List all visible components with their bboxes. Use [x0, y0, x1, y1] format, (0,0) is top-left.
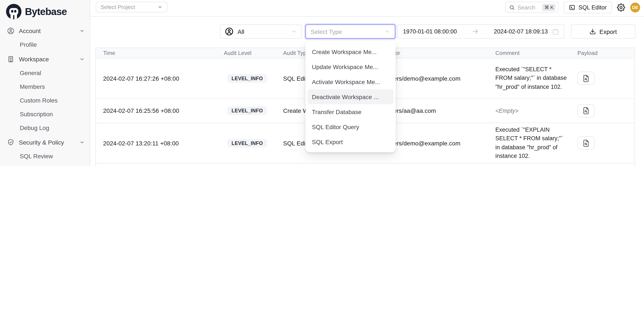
payload-view-button[interactable]: [578, 72, 594, 85]
sidebar-section-label: Security & Policy: [19, 139, 64, 146]
date-to: 2024-02-07 18:09:13: [494, 28, 548, 35]
menu-item-sql-export[interactable]: SQL Export: [308, 134, 394, 149]
actor-filter-select[interactable]: All: [220, 24, 302, 39]
actor-filter-value: All: [238, 28, 288, 35]
column-header-time: Time: [96, 48, 224, 58]
sidebar-section-account[interactable]: Account: [0, 24, 90, 38]
chevron-down-icon: [384, 29, 390, 34]
cell-time: 2024-02-07 16:27:26 +08:00: [96, 58, 224, 98]
user-circle-icon: [7, 27, 14, 35]
file-search-icon: [582, 139, 590, 147]
terminal-icon: [569, 4, 576, 10]
export-label: Export: [600, 28, 617, 35]
cell-time: 2024-02-07 16:25:56 +08:00: [96, 99, 224, 123]
type-filter-menu: Create Workspace Me...Update Workspace M…: [306, 41, 396, 152]
cell-time: 2024-02-07 13:19:53 +08:00: [96, 164, 224, 166]
menu-item-update-workspace-me[interactable]: Update Workspace Me...: [308, 59, 394, 74]
date-from: 1970-01-01 08:00:00: [403, 28, 457, 35]
column-header-payload: Payload: [578, 48, 634, 58]
type-filter-placeholder: Select Type: [310, 28, 381, 35]
cell-actor: users/demo@example.com: [387, 58, 495, 98]
sidebar: Bytebase AccountProfileWorkspaceGeneralM…: [0, 0, 90, 166]
project-select[interactable]: Select Project: [96, 2, 168, 12]
column-header-actor: Actor: [387, 48, 495, 58]
bytebase-app: Bytebase AccountProfileWorkspaceGeneralM…: [0, 0, 644, 166]
bytebase-logo[interactable]: Bytebase: [0, 0, 90, 23]
cell-time: 2024-02-07 13:20:11 +08:00: [96, 123, 224, 163]
cell-audit-level: LEVEL_INFO: [224, 164, 283, 166]
user-circle-icon: [225, 27, 234, 36]
cell-payload: [578, 164, 634, 166]
menu-item-deactivate-workspace[interactable]: Deactivate Workspace ...: [308, 89, 394, 104]
sidebar-item-sql-review[interactable]: SQL Review: [4, 149, 86, 163]
cell-actor: users/aa@aa.com: [387, 99, 495, 123]
sidebar-nav: AccountProfileWorkspaceGeneralMembersCus…: [0, 24, 90, 166]
cell-comment: Executed `"EXPLAIN SELECT * FROM salary;…: [495, 123, 578, 163]
project-select-placeholder: Select Project: [100, 4, 157, 10]
chevron-down-icon: [291, 29, 297, 34]
sidebar-section-label: Account: [19, 27, 40, 34]
chevron-down-icon: [80, 140, 85, 145]
download-icon: [590, 28, 596, 35]
column-header-audit-level: Audit Level: [224, 48, 283, 58]
sidebar-item-custom-roles[interactable]: Custom Roles: [4, 94, 86, 107]
export-button[interactable]: Export: [571, 24, 636, 39]
type-filter-select[interactable]: Select Type: [306, 24, 395, 39]
cell-actor: users/demo@example.com: [387, 164, 495, 166]
search-icon: [509, 4, 515, 10]
sidebar-item-members[interactable]: Members: [4, 80, 86, 94]
cell-payload: [578, 58, 634, 98]
cell-audit-level: LEVEL_INFO: [224, 58, 283, 98]
cell-comment: Executed `"SELECT * FROM salary;"` in da…: [495, 164, 578, 166]
column-header-comment: Comment: [495, 48, 578, 58]
cell-comment: Executed `"SELECT * FROM salary;"` in da…: [495, 58, 578, 98]
audit-level-badge: LEVEL_INFO: [227, 139, 267, 147]
arrow-right-icon: [472, 28, 478, 35]
sidebar-item-subscription[interactable]: Subscription: [4, 107, 86, 121]
calendar-icon: [552, 28, 559, 35]
sql-editor-button[interactable]: SQL Editor: [564, 1, 612, 13]
bytebase-logo-icon: [6, 4, 22, 19]
sql-editor-label: SQL Editor: [578, 4, 606, 10]
menu-item-create-workspace-me[interactable]: Create Workspace Me...: [308, 44, 394, 59]
comment-text: Executed `"EXPLAIN SELECT * FROM salary;…: [495, 126, 568, 161]
user-avatar[interactable]: DE: [630, 2, 640, 12]
sidebar-section-security-policy[interactable]: Security & Policy: [0, 136, 90, 149]
cell-payload: [578, 99, 634, 123]
shield-check-icon: [7, 139, 14, 146]
cell-audit-level: LEVEL_INFO: [224, 123, 283, 163]
payload-view-button[interactable]: [578, 136, 594, 150]
chevron-down-icon: [80, 57, 85, 62]
topbar-actions: Search ⌘ K SQL Editor DE: [506, 1, 640, 13]
file-search-icon: [582, 74, 590, 82]
table-row: 2024-02-07 13:19:53 +08:00LEVEL_INFOSQL …: [96, 164, 634, 166]
file-search-icon: [582, 107, 590, 115]
payload-view-button[interactable]: [578, 104, 594, 117]
gear-icon[interactable]: [617, 3, 625, 11]
menu-item-sql-editor-query[interactable]: SQL Editor Query: [308, 119, 394, 134]
menu-item-transfer-database[interactable]: Transfer Database: [308, 104, 394, 119]
search-shortcut-badge: ⌘ K: [542, 4, 556, 11]
sidebar-section-label: Workspace: [19, 56, 49, 63]
cell-audit-level: LEVEL_INFO: [224, 99, 283, 123]
audit-level-badge: LEVEL_INFO: [227, 74, 267, 83]
cell-audit-type: SQL Editor Query: [283, 164, 387, 166]
sidebar-item-slow-query[interactable]: Slow Query: [4, 163, 86, 166]
comment-text: Executed `"SELECT * FROM salary;"` in da…: [495, 65, 568, 91]
chevron-down-icon: [80, 28, 85, 33]
sidebar-item-profile[interactable]: Profile: [4, 38, 86, 51]
cell-actor: users/demo@example.com: [387, 123, 495, 163]
search-input[interactable]: Search ⌘ K: [506, 2, 559, 13]
topbar: Select Project Search ⌘ K SQL Editor: [90, 0, 644, 17]
sidebar-item-general[interactable]: General: [4, 66, 86, 80]
brand-name: Bytebase: [25, 6, 67, 17]
date-range-picker[interactable]: 1970-01-01 08:00:00 2024-02-07 18:09:13: [398, 24, 564, 39]
empty-comment: <Empty>: [495, 107, 518, 114]
sidebar-section-workspace[interactable]: Workspace: [0, 52, 90, 66]
audit-level-badge: LEVEL_INFO: [227, 106, 267, 115]
menu-item-activate-workspace-me[interactable]: Activate Workspace Me...: [308, 74, 394, 89]
sidebar-item-debug-log[interactable]: Debug Log: [4, 121, 86, 135]
chevron-down-icon: [157, 4, 163, 10]
cell-payload: [578, 123, 634, 163]
search-placeholder: Search: [518, 4, 540, 10]
